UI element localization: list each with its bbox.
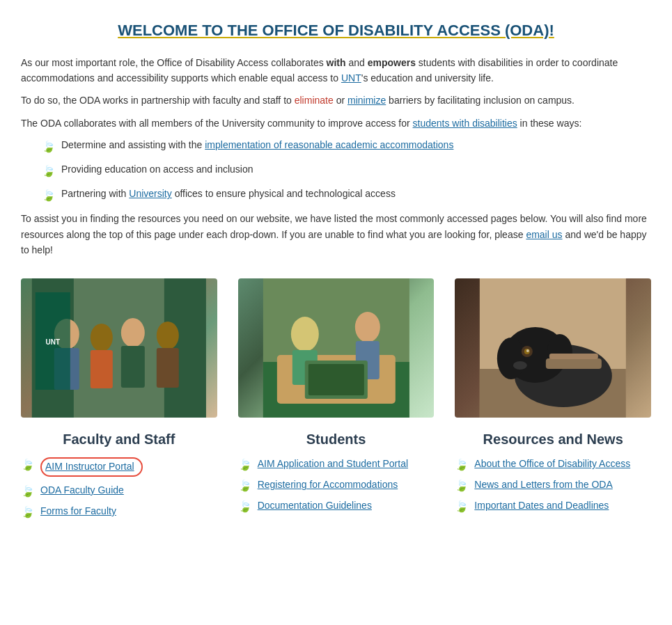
students-link[interactable]: students with disabilities [413,118,517,129]
svg-rect-21 [308,364,364,395]
bullet-list: 🍃 Determine and assisting with the imple… [42,138,651,204]
svg-rect-10 [157,348,179,388]
faculty-staff-links: 🍃 AIM Instructor Portal 🍃 ODA Faculty Gu… [21,457,217,519]
bullet-item-3: 🍃 Partnering with University offices to … [42,187,651,204]
resources-news-column: Resources and News 🍃 About the Office of… [455,432,651,525]
leaf-icon-student-1: 🍃 [238,458,252,471]
registering-accommodations-link[interactable]: Registering for Accommodations [258,478,398,492]
about-oda-item: 🍃 About the Office of Disability Access [455,457,651,471]
forms-faculty-item: 🍃 Forms for Faculty [21,505,217,519]
svg-point-26 [497,338,525,379]
students-photo [238,278,435,418]
bold-with: with [327,57,346,68]
intro-para3: The ODA collaborates with all members of… [21,116,651,131]
aim-instructor-link[interactable]: AIM Instructor Portal [45,460,134,474]
news-letters-item: 🍃 News and Letters from the ODA [455,478,651,492]
about-oda-link[interactable]: About the Office of Disability Access [474,457,630,471]
students-links: 🍃 AIM Application and Student Portal 🍃 R… [238,457,435,513]
unt-link[interactable]: UNT [341,72,361,84]
svg-rect-6 [91,350,113,388]
aim-student-item: 🍃 AIM Application and Student Portal [238,457,435,471]
images-row: UNT [21,278,651,418]
page-title: WELCOME TO THE OFFICE OF DISABILITY ACCE… [21,21,651,41]
registering-item: 🍃 Registering for Accommodations [238,478,435,492]
columns-section: Faculty and Staff 🍃 AIM Instructor Porta… [21,432,651,525]
resources-links: 🍃 About the Office of Disability Access … [455,457,651,513]
university-link[interactable]: University [129,188,171,199]
svg-rect-32 [546,358,602,369]
resources-news-title: Resources and News [455,432,651,448]
minimize-link[interactable]: minimize [347,95,386,106]
svg-point-5 [91,324,113,351]
email-us-link[interactable]: email us [526,229,562,240]
svg-rect-33 [549,354,598,359]
svg-point-7 [121,318,145,347]
important-dates-item: 🍃 Important Dates and Deadlines [455,499,651,513]
intro-section: As our most important role, the Office o… [21,55,651,258]
oda-faculty-guide-link[interactable]: ODA Faculty Guide [40,484,124,498]
leaf-icon-faculty-3: 🍃 [21,505,35,519]
bullet-item-1: 🍃 Determine and assisting with the imple… [42,138,651,155]
documentation-guidelines-link[interactable]: Documentation Guidelines [258,499,372,513]
leaf-icon-1: 🍃 [42,139,56,155]
leaf-icon-student-3: 🍃 [238,500,252,513]
dog-photo [455,278,651,418]
aim-instructor-circled: AIM Instructor Portal [40,457,143,477]
leaf-icon-2: 🍃 [42,163,56,180]
aim-student-portal-link[interactable]: AIM Application and Student Portal [258,457,408,471]
important-dates-link[interactable]: Important Dates and Deadlines [474,499,609,513]
svg-point-18 [355,312,380,342]
students-title: Students [238,432,435,448]
leaf-icon-resources-3: 🍃 [455,500,469,513]
svg-point-31 [513,361,527,370]
oda-faculty-guide-item: 🍃 ODA Faculty Guide [21,484,217,498]
eliminate-text: eliminate [295,95,334,106]
students-column: Students 🍃 AIM Application and Student P… [238,432,435,525]
faculty-staff-title: Faculty and Staff [21,432,217,448]
leaf-icon-faculty-1: 🍃 [21,458,35,471]
forms-faculty-link[interactable]: Forms for Faculty [40,505,116,519]
svg-text:UNT: UNT [46,338,61,346]
bold-empowers: empowers [368,57,416,68]
svg-point-30 [526,349,529,352]
documentation-item: 🍃 Documentation Guidelines [238,499,435,513]
aim-instructor-item: 🍃 AIM Instructor Portal [21,457,217,477]
svg-point-16 [291,317,319,351]
svg-rect-8 [121,346,145,388]
leaf-icon-faculty-2: 🍃 [21,484,35,498]
intro-para1: As our most important role, the Office o… [21,55,651,86]
leaf-icon-resources-2: 🍃 [455,479,469,492]
intro-para2: To do so, the ODA works in partnership w… [21,93,651,108]
faculty-staff-column: Faculty and Staff 🍃 AIM Instructor Porta… [21,432,217,525]
svg-point-9 [157,322,179,349]
bullet-item-2: 🍃 Providing education on access and incl… [42,162,651,180]
leaf-icon-3: 🍃 [42,187,56,204]
leaf-icon-resources-1: 🍃 [455,458,469,471]
news-letters-link[interactable]: News and Letters from the ODA [474,478,612,492]
group-photo: UNT [21,278,217,418]
implementation-link[interactable]: implementation of reasonable academic ac… [205,139,453,150]
intro-para4: To assist you in finding the resources y… [21,211,651,258]
leaf-icon-student-2: 🍃 [238,479,252,492]
